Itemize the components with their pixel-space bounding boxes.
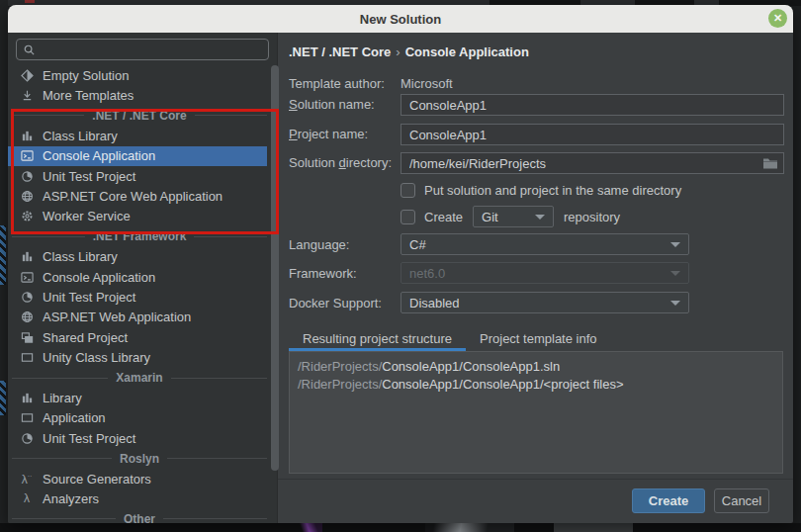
sidebar-item-analyzers[interactable]: λAnalyzers xyxy=(8,488,267,508)
preview-tabs: Resulting project structureProject templ… xyxy=(289,325,611,351)
same-directory-row: Put solution and project in the same dir… xyxy=(400,183,681,198)
sidebar-item-console-application[interactable]: Console Application xyxy=(8,146,267,166)
project-name-label: Project name: xyxy=(289,127,368,141)
sidebar-item-unit-test-project[interactable]: Unit Test Project xyxy=(8,287,267,307)
sidebar-item-label: Class Library xyxy=(43,249,118,264)
template-author-label: Template author: xyxy=(289,76,385,91)
sidebar-item-shared-project[interactable]: Shared Project xyxy=(8,327,267,347)
sidebar-item-label: ASP.NET Web Application xyxy=(43,310,191,324)
sidebar-item-unit-test-project[interactable]: Unit Test Project xyxy=(8,166,267,186)
sidebar-item-label: Library xyxy=(43,391,82,405)
unit-test-icon xyxy=(20,431,34,445)
class-library-icon xyxy=(20,129,34,142)
create-button[interactable]: Create xyxy=(632,488,705,513)
wallpaper-fragment xyxy=(425,523,514,532)
dialog-titlebar[interactable]: New Solution ✕ xyxy=(8,5,793,33)
chevron-down-icon xyxy=(670,301,680,306)
sidebar-item-asp-net-core-web-application[interactable]: ASP.NET Core Web Application xyxy=(8,186,267,206)
solution-settings-panel: .NET / .NET Core›Console Application Tem… xyxy=(278,33,793,523)
same-directory-label: Put solution and project in the same dir… xyxy=(424,183,681,198)
tab-project-template-info[interactable]: Project template info xyxy=(466,325,611,351)
language-select[interactable]: C# xyxy=(400,233,689,255)
sidebar-item-label: Unity Class Library xyxy=(43,350,150,365)
structure-line: /RiderProjects/ConsoleApp1/ConsoleApp1.s… xyxy=(298,358,774,376)
sidebar-item-label: Empty Solution xyxy=(43,68,129,83)
template-search[interactable] xyxy=(16,39,269,60)
solution-name-label: Solution name: xyxy=(289,97,375,112)
sidebar-item-label: Application xyxy=(43,410,106,425)
sidebar-item-label: Unit Test Project xyxy=(43,169,135,184)
cancel-button[interactable]: Cancel xyxy=(714,488,769,513)
sidebar-item-library[interactable]: Library xyxy=(8,388,267,407)
sidebar-item-label: Analyzers xyxy=(43,491,99,506)
project-name-field[interactable] xyxy=(400,124,784,145)
create-repo-label-before: Create xyxy=(424,210,463,224)
create-repo-label-after: repository xyxy=(564,210,620,224)
project-structure-preview: /RiderProjects/ConsoleApp1/ConsoleApp1.s… xyxy=(289,351,783,474)
tab-resulting-project-structure[interactable]: Resulting project structure xyxy=(289,325,466,351)
solution-icon xyxy=(20,68,34,82)
background-accent xyxy=(25,0,35,3)
sidebar-item-label: ASP.NET Core Web Application xyxy=(43,189,222,204)
background-bottom-strip xyxy=(0,523,801,532)
download-icon xyxy=(20,89,34,103)
lambda-icon: λ xyxy=(20,491,34,505)
globe-icon xyxy=(20,310,34,324)
wallpaper-fragment xyxy=(0,381,6,415)
same-directory-checkbox[interactable] xyxy=(400,183,415,198)
sidebar-item-empty-solution[interactable]: Empty Solution xyxy=(8,65,267,85)
wallpaper-fragment xyxy=(554,523,633,532)
search-input[interactable] xyxy=(42,43,262,57)
lambda-sparkle-icon: λ·· xyxy=(20,472,34,486)
class-library-icon xyxy=(20,391,34,404)
sidebar-item-source-generators[interactable]: λ··Source Generators xyxy=(8,469,267,488)
create-repo-checkbox[interactable] xyxy=(400,210,415,224)
sidebar-item-class-library[interactable]: Class Library xyxy=(8,247,267,267)
framework-value: net6.0 xyxy=(409,266,445,281)
sidebar-item-unity-class-library[interactable]: Unity Class Library xyxy=(8,347,267,367)
section-header-net-framework: .NET Framework xyxy=(12,226,267,246)
solution-directory-label: Solution directory: xyxy=(289,155,392,170)
close-icon: ✕ xyxy=(773,12,782,25)
terminal-icon xyxy=(20,270,34,284)
docker-support-value: Disabled xyxy=(409,296,460,310)
window-icon xyxy=(20,411,34,425)
sidebar-item-label: Shared Project xyxy=(43,330,128,345)
sidebar-item-label: More Templates xyxy=(43,88,134,103)
framework-label: Framework: xyxy=(289,266,357,281)
sidebar-item-asp-net-web-application[interactable]: ASP.NET Web Application xyxy=(8,308,267,327)
framework-select: net6.0 xyxy=(400,262,689,284)
unit-test-icon xyxy=(20,169,34,183)
dialog-title: New Solution xyxy=(360,12,441,27)
docker-support-label: Docker Support: xyxy=(289,296,382,310)
docker-support-select[interactable]: Disabled xyxy=(400,292,689,313)
template-list: Empty SolutionMore Templates.NET / .NET … xyxy=(8,65,277,523)
shared-project-icon xyxy=(20,330,34,344)
folder-icon[interactable] xyxy=(762,156,778,169)
sidebar-item-application[interactable]: Application xyxy=(8,408,267,428)
terminal-icon xyxy=(20,149,34,163)
dialog-content: Empty SolutionMore Templates.NET / .NET … xyxy=(8,33,793,523)
footer-separator xyxy=(278,479,793,480)
solution-directory-field[interactable] xyxy=(400,152,784,174)
solution-directory-wrapper xyxy=(400,152,784,174)
structure-line: /RiderProjects/ConsoleApp1/ConsoleApp1/<… xyxy=(298,376,774,394)
wallpaper-fragment xyxy=(297,523,322,532)
solution-name-field[interactable] xyxy=(400,94,784,116)
sidebar-item-label: Class Library xyxy=(43,129,118,143)
sidebar-item-unit-test-project[interactable]: Unit Test Project xyxy=(8,428,267,448)
new-solution-dialog: New Solution ✕ Empty SolutionMore Templa… xyxy=(8,5,793,523)
sidebar-item-class-library[interactable]: Class Library xyxy=(8,126,267,145)
section-header-xamarin: Xamarin xyxy=(12,368,267,388)
sidebar-item-console-application[interactable]: Console Application xyxy=(8,267,267,287)
sidebar-item-more-templates[interactable]: More Templates xyxy=(8,85,267,105)
chevron-down-icon xyxy=(535,215,545,220)
close-button[interactable]: ✕ xyxy=(768,9,787,28)
globe-icon xyxy=(20,190,34,204)
sidebar-item-label: Unit Test Project xyxy=(43,431,135,446)
unit-test-icon xyxy=(20,290,34,304)
sidebar-item-worker-service[interactable]: Worker Service xyxy=(8,207,267,226)
vcs-select[interactable]: Git xyxy=(473,206,554,227)
gear-icon xyxy=(20,210,34,223)
breadcrumb-item: Console Application xyxy=(405,44,529,59)
